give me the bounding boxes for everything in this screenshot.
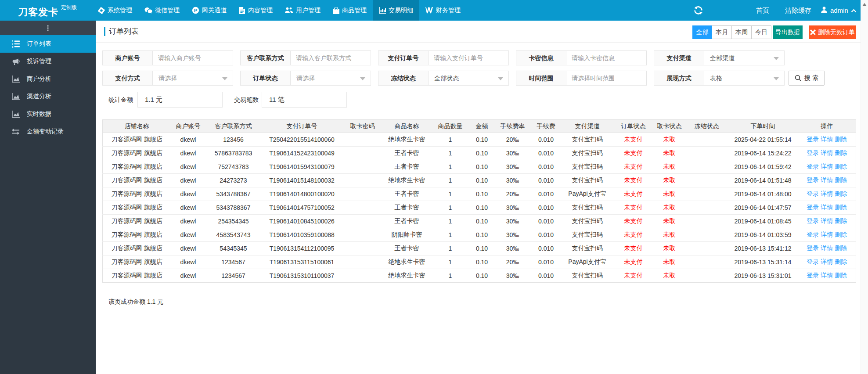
filter-select-支付方式[interactable]: 请选择: [152, 71, 233, 86]
action-link-删除[interactable]: 删除: [835, 136, 847, 143]
action-link-登录[interactable]: 登录: [807, 217, 819, 224]
filter-input-支付订单号[interactable]: [429, 51, 508, 65]
nav-item-6[interactable]: 商品管理: [327, 0, 373, 21]
filter-select-支付渠道[interactable]: 全部渠道: [704, 50, 785, 65]
scrollbar-up-arrow[interactable]: [862, 3, 867, 6]
action-link-详情[interactable]: 详情: [821, 176, 833, 183]
column-header-手续费率: 手续费率: [494, 120, 531, 133]
action-link-删除[interactable]: 删除: [835, 272, 847, 279]
range-tab-3[interactable]: 本周: [732, 25, 752, 39]
action-link-登录[interactable]: 登录: [807, 204, 819, 211]
cell-取卡状态: 未取: [653, 147, 686, 160]
sidebar-item-6[interactable]: 金额变动记录: [0, 123, 96, 140]
cell-客户联系方式: 54345345: [205, 242, 262, 255]
range-tab-4[interactable]: 今日: [752, 25, 771, 39]
sidebar-item-1[interactable]: 123订单列表: [0, 35, 96, 53]
sidebar-collapse-button[interactable]: [0, 21, 96, 35]
filter-input-卡密信息[interactable]: [566, 51, 646, 65]
x-icon: [810, 29, 816, 35]
cell-店铺名称: 刀客源码网 旗舰店: [103, 201, 171, 215]
filter-select-展现方式[interactable]: 表格: [704, 71, 785, 86]
search-button[interactable]: 搜 索: [789, 71, 825, 86]
cell-下单时间: 2019-06-13 15:31:14: [728, 255, 798, 269]
action-link-登录[interactable]: 登录: [807, 245, 819, 252]
cell-手续费率: 30‰: [494, 269, 531, 283]
cell-商品数量: 1: [431, 147, 470, 160]
action-link-删除[interactable]: 删除: [835, 190, 847, 197]
nav-item-8[interactable]: 财务管理: [419, 0, 467, 21]
action-link-登录[interactable]: 登录: [807, 231, 819, 238]
action-link-详情[interactable]: 详情: [821, 245, 833, 252]
cell-商品名称: 绝地求生卡密: [383, 133, 431, 147]
range-tab-2[interactable]: 本月: [712, 25, 732, 39]
sidebar-item-2[interactable]: 投诉管理: [0, 53, 96, 70]
action-link-登录[interactable]: 登录: [807, 176, 819, 183]
action-link-登录[interactable]: 登录: [807, 163, 819, 170]
cell-冻结状态: [686, 228, 728, 242]
range-tab-1[interactable]: 全部: [692, 25, 712, 39]
cell-下单时间: 2025-04-22 01:55:14: [728, 133, 798, 147]
filter-select-冻结状态[interactable]: 全部状态: [428, 71, 509, 86]
nav-item-label: 系统管理: [108, 7, 132, 14]
action-link-登录[interactable]: 登录: [807, 258, 819, 265]
nav-item-5[interactable]: 用户管理: [279, 0, 327, 21]
sidebar-item-3[interactable]: 商户分析: [0, 70, 96, 88]
filter-input-商户账号[interactable]: [153, 51, 233, 65]
cell-操作: 登录详情删除: [798, 147, 856, 160]
action-link-详情[interactable]: 详情: [821, 149, 833, 156]
sidebar-item-4[interactable]: 渠道分析: [0, 88, 96, 105]
action-link-删除[interactable]: 删除: [835, 163, 847, 170]
home-link[interactable]: 首页: [756, 0, 769, 21]
cell-商户账号: dkewl: [171, 201, 205, 215]
action-link-删除[interactable]: 删除: [835, 204, 847, 211]
action-link-登录[interactable]: 登录: [807, 190, 819, 197]
area-chart-icon: [12, 93, 20, 101]
nav-item-7[interactable]: 交易明细: [373, 0, 419, 21]
nav-item-3[interactable]: P网关通道: [186, 0, 233, 21]
filter-input-时间范围[interactable]: [566, 71, 646, 85]
action-link-详情[interactable]: 详情: [821, 217, 833, 224]
action-link-详情[interactable]: 详情: [821, 190, 833, 197]
action-link-删除[interactable]: 删除: [835, 258, 847, 265]
clear-cache-link[interactable]: 清除缓存: [785, 0, 811, 21]
action-link-删除[interactable]: 删除: [835, 149, 847, 156]
action-link-详情[interactable]: 详情: [821, 204, 833, 211]
cell-订单状态: 未支付: [614, 201, 653, 215]
action-link-登录[interactable]: 登录: [807, 272, 819, 279]
cell-取卡密码: [342, 269, 383, 283]
cell-支付渠道: 支付宝扫码: [561, 228, 614, 242]
user-icon: [821, 6, 828, 14]
action-link-详情[interactable]: 详情: [821, 231, 833, 238]
cell-手续费率: 30‰: [494, 215, 531, 228]
action-link-详情[interactable]: 详情: [821, 163, 833, 170]
cell-订单状态: 未支付: [614, 187, 653, 201]
action-link-详情[interactable]: 详情: [821, 136, 833, 143]
cell-商品名称: 绝地求生卡密: [383, 174, 431, 187]
action-link-详情[interactable]: 详情: [821, 272, 833, 279]
cell-取卡密码: [342, 228, 383, 242]
action-link-登录[interactable]: 登录: [807, 149, 819, 156]
delete-invalid-orders-button[interactable]: 删除无效订单: [809, 25, 856, 39]
select-value: 请选择: [158, 71, 177, 85]
nav-item-4[interactable]: 内容管理: [233, 0, 279, 21]
action-link-删除[interactable]: 删除: [835, 176, 847, 183]
nav-item-2[interactable]: 微信管理: [138, 0, 186, 21]
action-link-删除[interactable]: 删除: [835, 217, 847, 224]
action-link-删除[interactable]: 删除: [835, 245, 847, 252]
cell-取卡密码: [342, 147, 383, 160]
cell-手续费率: 30‰: [494, 201, 531, 215]
action-link-登录[interactable]: 登录: [807, 136, 819, 143]
page-scrollbar[interactable]: [861, 0, 868, 374]
cell-店铺名称: 刀客源码网 旗舰店: [103, 228, 171, 242]
nav-item-1[interactable]: 系统管理: [92, 0, 138, 21]
export-data-button[interactable]: 导出数据: [773, 25, 803, 39]
sidebar-item-5[interactable]: 实时数据: [0, 105, 96, 123]
action-link-详情[interactable]: 详情: [821, 258, 833, 265]
filter-input-客户联系方式[interactable]: [291, 51, 371, 65]
cell-操作: 登录详情删除: [798, 160, 856, 174]
filter-select-订单状态[interactable]: 请选择: [290, 71, 371, 86]
user-menu[interactable]: admin: [821, 0, 857, 21]
action-link-删除[interactable]: 删除: [835, 231, 847, 238]
table-row-2: 刀客源码网 旗舰店dkewl57863783783T19061415242310…: [103, 147, 856, 160]
refresh-icon[interactable]: [694, 6, 703, 15]
